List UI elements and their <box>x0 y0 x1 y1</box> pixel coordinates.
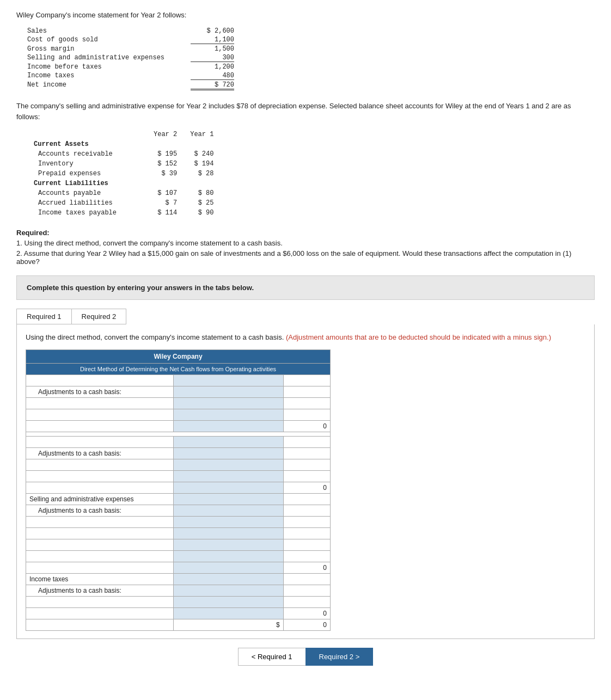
balance-header: Year 2 Year 1 <box>27 130 220 139</box>
table-row <box>26 397 331 409</box>
table-row <box>26 470 331 482</box>
balance-row-accrued: Accrued liabilities $ 7 $ 25 <box>27 198 220 208</box>
table-row <box>26 374 331 386</box>
input-field[interactable] <box>177 507 279 514</box>
table-row <box>26 527 331 539</box>
table-row: Selling and administrative expenses <box>26 493 331 505</box>
input-field[interactable] <box>177 400 279 407</box>
tabs-container: Required 1 Required 2 Using the direct m… <box>16 309 595 639</box>
input-field[interactable] <box>177 472 279 480</box>
table-row <box>26 516 331 527</box>
income-row-income-taxes: Income taxes 480 <box>27 71 234 81</box>
balance-row-prepaid: Prepaid expenses $ 39 $ 28 <box>27 169 220 179</box>
tab-required-1[interactable]: Required 1 <box>16 309 72 324</box>
table-row <box>26 459 331 470</box>
table-row: Adjustments to a cash basis: <box>26 505 331 516</box>
table-row <box>26 432 331 436</box>
nav-buttons: < Required 1 Required 2 > <box>16 648 595 666</box>
input-field[interactable] <box>177 552 279 560</box>
instruction-box: Complete this question by entering your … <box>16 275 595 300</box>
wiley-table: Wiley Company Direct Method of Determini… <box>26 349 331 631</box>
highlight-text: (Adjustment amounts that are to be deduc… <box>286 333 551 341</box>
required-2-button[interactable]: Required 2 > <box>306 648 374 666</box>
table-row: Adjustments to a cash basis: <box>26 386 331 397</box>
required-section: Required: 1. Using the direct method, co… <box>16 229 595 266</box>
balance-section-current-assets: Current Assets <box>27 139 220 149</box>
income-row-sales: Sales $ 2,600 <box>27 27 234 35</box>
income-row-cogs: Cost of goods sold 1,100 <box>27 35 234 45</box>
table-row <box>26 550 331 562</box>
wiley-title-row: Wiley Company <box>26 349 331 363</box>
table-row: 0 <box>26 482 331 493</box>
page-title: Wiley Company's income statement for Yea… <box>16 11 595 19</box>
table-row: 0 <box>26 420 331 432</box>
input-field[interactable] <box>177 518 279 526</box>
input-field[interactable] <box>177 541 279 549</box>
table-row-grand-total: $ 0 <box>26 619 331 630</box>
input-field[interactable] <box>177 388 279 396</box>
table-row <box>26 436 331 447</box>
required-1-button[interactable]: < Required 1 <box>238 648 306 666</box>
input-field[interactable] <box>177 587 279 594</box>
input-field[interactable] <box>177 461 279 469</box>
balance-section-current-liabilities: Current Liabilities <box>27 179 220 188</box>
income-row-net-income: Net income $ 720 <box>27 81 234 91</box>
tabs: Required 1 Required 2 <box>16 309 595 324</box>
table-row <box>26 539 331 550</box>
table-row: Adjustments to a cash basis: <box>26 447 331 459</box>
input-field[interactable] <box>177 438 279 446</box>
input-field[interactable] <box>177 377 279 384</box>
input-field[interactable] <box>177 422 279 430</box>
input-field[interactable] <box>177 411 279 419</box>
tab-required-2[interactable]: Required 2 <box>72 309 127 324</box>
balance-row-ar: Accounts receivable $ 195 $ 240 <box>27 149 220 159</box>
input-field[interactable] <box>177 484 279 492</box>
table-row <box>26 596 331 607</box>
table-row: Adjustments to a cash basis: <box>26 585 331 596</box>
input-field[interactable] <box>177 610 279 617</box>
input-field[interactable] <box>177 564 279 572</box>
required-item-1: 1. Using the direct method, convert the … <box>16 239 595 247</box>
tab-description: Using the direct method, convert the com… <box>26 332 585 343</box>
description-text: The company's selling and administrative… <box>16 101 595 122</box>
input-field[interactable] <box>177 598 279 606</box>
input-field[interactable] <box>177 530 279 537</box>
input-field[interactable] <box>177 450 279 457</box>
required-label: Required: <box>16 229 50 237</box>
balance-sheet-table: Year 2 Year 1 Current Assets Accounts re… <box>27 130 220 218</box>
input-field[interactable] <box>177 575 279 583</box>
balance-row-income-taxes-payable: Income taxes payable $ 114 $ 90 <box>27 208 220 218</box>
income-row-sga: Selling and administrative expenses 300 <box>27 53 234 63</box>
wiley-subtitle-row: Direct Method of Determining the Net Cas… <box>26 363 331 374</box>
table-row: 0 <box>26 607 331 619</box>
tab-content: Using the direct method, convert the com… <box>16 324 595 639</box>
table-row <box>26 409 331 420</box>
income-row-gross-margin: Gross margin 1,500 <box>27 45 234 53</box>
income-row-income-before-taxes: Income before taxes 1,200 <box>27 63 234 71</box>
required-item-2: 2. Assume that during Year 2 Wiley had a… <box>16 249 595 266</box>
table-row: 0 <box>26 562 331 573</box>
instruction-text: Complete this question by entering your … <box>27 284 254 292</box>
input-field[interactable] <box>177 495 279 503</box>
table-row: Income taxes <box>26 573 331 585</box>
balance-row-ap: Accounts payable $ 107 $ 80 <box>27 188 220 198</box>
income-statement: Sales $ 2,600 Cost of goods sold 1,100 G… <box>27 27 595 91</box>
balance-row-inventory: Inventory $ 152 $ 194 <box>27 159 220 169</box>
